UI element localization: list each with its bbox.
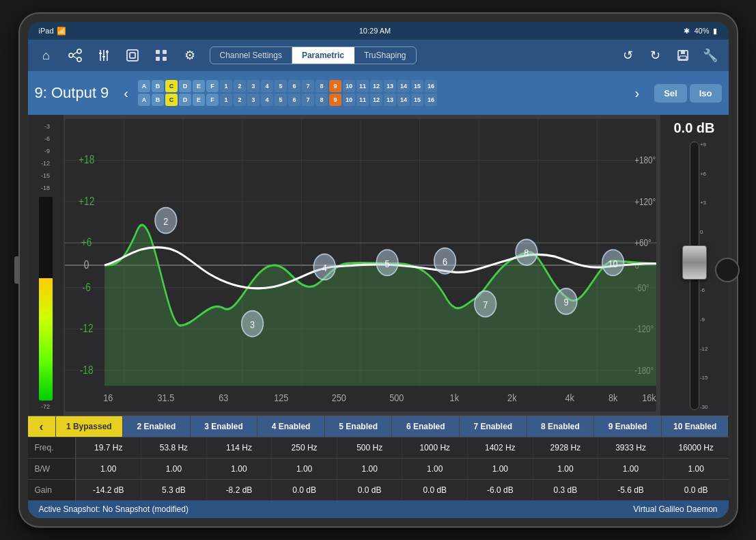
ch-E-top[interactable]: E: [193, 80, 205, 92]
ch-F-top[interactable]: F: [206, 80, 219, 92]
ch-C-bot[interactable]: C: [165, 94, 178, 106]
ch-14-bot[interactable]: 14: [397, 94, 410, 106]
ch-B-top[interactable]: B: [152, 80, 164, 92]
ch-3-bot[interactable]: 3: [247, 94, 260, 106]
iso-button[interactable]: Iso: [690, 84, 722, 103]
band-gain-1[interactable]: -14.2 dB: [76, 480, 141, 500]
ch-2-top[interactable]: 2: [234, 80, 246, 92]
save-button[interactable]: [671, 44, 695, 67]
ch-F-bot[interactable]: F: [206, 94, 219, 106]
band-bw-8[interactable]: 1.00: [533, 459, 598, 479]
ch-6-bot[interactable]: 6: [288, 94, 300, 106]
settings-gear-icon[interactable]: ⚙: [178, 44, 201, 67]
ch-1-bot[interactable]: 1: [220, 94, 232, 106]
ch-10-bot[interactable]: 10: [343, 94, 355, 106]
ch-D-top[interactable]: D: [179, 80, 191, 92]
band-freq-4[interactable]: 250 Hz: [271, 437, 337, 458]
band-gain-5[interactable]: 0.0 dB: [337, 480, 402, 500]
band-nav-left[interactable]: ‹: [28, 416, 55, 437]
ch-4-bot[interactable]: 4: [261, 94, 273, 106]
ch-7-top[interactable]: 7: [302, 80, 314, 92]
band-freq-10[interactable]: 16000 Hz: [663, 437, 729, 458]
ch-12-bot[interactable]: 12: [370, 94, 382, 106]
ch-8-top[interactable]: 8: [316, 80, 328, 92]
tab-trushaping[interactable]: TruShaping: [354, 47, 416, 64]
band-bw-10[interactable]: 1.00: [663, 459, 729, 479]
mixer-button[interactable]: [92, 44, 115, 67]
wrench-button[interactable]: 🔧: [699, 44, 722, 67]
band-gain-9[interactable]: -5.6 dB: [598, 480, 663, 500]
band-header-10[interactable]: 10 Enabled: [661, 416, 729, 437]
fader-rail[interactable]: [690, 141, 699, 410]
tab-parametric[interactable]: Parametric: [292, 47, 354, 64]
undo-button[interactable]: ↺: [617, 44, 640, 67]
eq-chart-svg[interactable]: +18 +12 +6 0 -6 -12 -18 +180° +120° +60°…: [65, 119, 656, 411]
band-freq-9[interactable]: 3933 Hz: [598, 437, 663, 458]
band-header-9[interactable]: 9 Enabled: [593, 416, 661, 437]
ch-3-top[interactable]: 3: [247, 80, 260, 92]
band-header-1[interactable]: 1 Bypassed: [55, 416, 123, 437]
band-gain-3[interactable]: -8.2 dB: [206, 480, 272, 500]
band-bw-1[interactable]: 1.00: [76, 459, 141, 479]
home-button-circle[interactable]: [715, 258, 740, 282]
ch-10-top[interactable]: 10: [343, 80, 355, 92]
ch-16-top[interactable]: 16: [425, 80, 437, 92]
fader-thumb[interactable]: [682, 245, 707, 280]
ch-1-top[interactable]: 1: [220, 80, 232, 92]
eq-chart-wrapper[interactable]: +18 +12 +6 0 -6 -12 -18 +180° +120° +60°…: [65, 119, 656, 411]
ch-4-top[interactable]: 4: [261, 80, 273, 92]
ch-2-bot[interactable]: 2: [234, 94, 246, 106]
snapshot-button[interactable]: [121, 44, 144, 67]
prev-channel-button[interactable]: ‹: [118, 83, 134, 104]
ch-C-top[interactable]: C: [165, 80, 178, 92]
band-freq-5[interactable]: 500 Hz: [337, 437, 402, 458]
band-header-3[interactable]: 3 Enabled: [190, 416, 257, 437]
ch-13-bot[interactable]: 13: [384, 94, 396, 106]
ch-B-bot[interactable]: B: [152, 94, 164, 106]
home-button[interactable]: ⌂: [35, 44, 58, 67]
band-gain-2[interactable]: 5.3 dB: [141, 480, 206, 500]
band-header-2[interactable]: 2 Enabled: [122, 416, 190, 437]
ch-11-bot[interactable]: 11: [356, 94, 369, 106]
ch-11-top[interactable]: 11: [356, 80, 369, 92]
ch-9-top[interactable]: 9: [329, 80, 341, 92]
band-bw-5[interactable]: 1.00: [337, 459, 402, 479]
grid-button[interactable]: [150, 44, 173, 67]
ch-A-top[interactable]: A: [138, 80, 150, 92]
band-header-6[interactable]: 6 Enabled: [391, 416, 459, 437]
band-header-8[interactable]: 8 Enabled: [527, 416, 594, 437]
band-freq-2[interactable]: 53.8 Hz: [141, 437, 206, 458]
ch-12-top[interactable]: 12: [370, 80, 382, 92]
band-gain-6[interactable]: 0.0 dB: [402, 480, 467, 500]
ch-8-bot[interactable]: 8: [316, 94, 328, 106]
band-gain-4[interactable]: 0.0 dB: [271, 480, 337, 500]
band-bw-6[interactable]: 1.00: [402, 459, 467, 479]
volume-button[interactable]: [14, 256, 20, 284]
band-gain-10[interactable]: 0.0 dB: [663, 480, 729, 500]
redo-button[interactable]: ↻: [644, 44, 667, 67]
band-header-5[interactable]: 5 Enabled: [324, 416, 392, 437]
band-gain-8[interactable]: 0.3 dB: [533, 480, 598, 500]
ch-15-bot[interactable]: 15: [411, 94, 423, 106]
band-bw-9[interactable]: 1.00: [598, 459, 663, 479]
band-bw-7[interactable]: 1.00: [467, 459, 533, 479]
band-gain-7[interactable]: -6.0 dB: [467, 480, 533, 500]
fader-track[interactable]: +9 +6 +3 0 -3 -6 -9 -12 -15 -30: [681, 141, 708, 410]
routing-button[interactable]: [64, 44, 87, 67]
band-freq-1[interactable]: 19.7 Hz: [76, 437, 141, 458]
ch-14-top[interactable]: 14: [397, 80, 410, 92]
band-freq-3[interactable]: 114 Hz: [206, 437, 272, 458]
ch-6-top[interactable]: 6: [288, 80, 300, 92]
ch-5-bot[interactable]: 5: [275, 94, 287, 106]
ch-D-bot[interactable]: D: [179, 94, 191, 106]
ch-7-bot[interactable]: 7: [302, 94, 314, 106]
sel-button[interactable]: Sel: [654, 84, 687, 103]
band-freq-6[interactable]: 1000 Hz: [402, 437, 467, 458]
band-bw-2[interactable]: 1.00: [141, 459, 206, 479]
band-freq-7[interactable]: 1402 Hz: [467, 437, 533, 458]
ch-E-bot[interactable]: E: [193, 94, 205, 106]
ch-15-top[interactable]: 15: [411, 80, 423, 92]
band-bw-4[interactable]: 1.00: [271, 459, 337, 479]
band-header-4[interactable]: 4 Enabled: [257, 416, 324, 437]
ch-A-bot[interactable]: A: [138, 94, 150, 106]
